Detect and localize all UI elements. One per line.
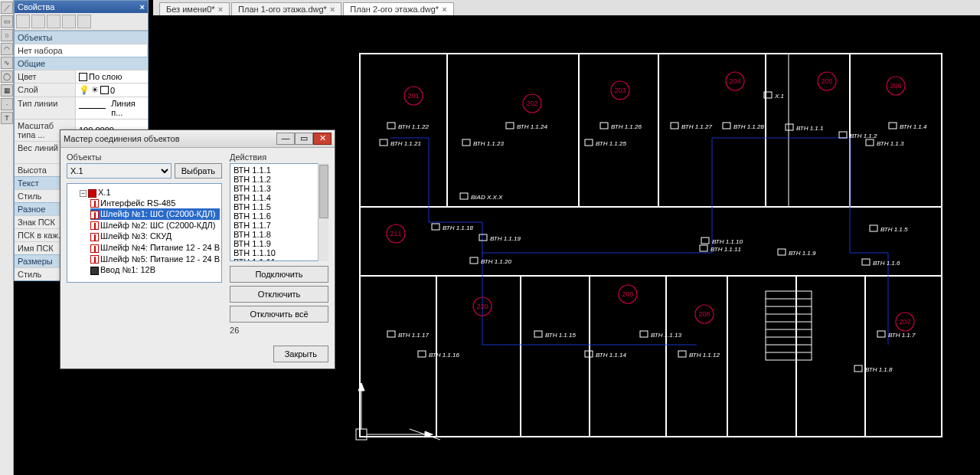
close-icon[interactable]: ✕ [313, 133, 332, 145]
svg-text:205: 205 [821, 77, 832, 85]
properties-title[interactable]: Свойства × [15, 1, 148, 13]
svg-rect-48 [387, 123, 395, 129]
props-noset: Нет набора [15, 44, 148, 57]
svg-text:ВТН 1.1.8: ВТН 1.1.8 [865, 366, 893, 373]
list-item[interactable]: ВТН 1.1.4 [232, 193, 326, 202]
svg-text:ВТН 1.1.16: ВТН 1.1.16 [429, 352, 459, 359]
svg-rect-80 [701, 238, 709, 244]
tool-rect-icon[interactable]: ▭ [1, 15, 13, 28]
list-item[interactable]: ВТН 1.1.10 [232, 248, 326, 257]
disconnect-button[interactable]: Отключить [230, 286, 328, 303]
tool-ellipse-icon[interactable]: ◯ [1, 70, 13, 83]
close-icon[interactable]: × [140, 2, 145, 11]
actions-list[interactable]: ВТН 1.1.1ВТН 1.1.2ВТН 1.1.3ВТН 1.1.4ВТН … [230, 163, 328, 261]
object-tree[interactable]: −X.1 Интерфейс RS-485Шлейф №1: ШС (С2000… [67, 183, 222, 283]
tool-arc-icon[interactable]: ◠ [1, 43, 13, 55]
svg-rect-62 [723, 123, 730, 129]
svg-text:ВТН 1.1.1: ВТН 1.1.1 [796, 125, 823, 132]
tool-hatch-icon[interactable]: ▦ [1, 84, 13, 97]
tree-item[interactable]: Шлейф №3: СКУД [90, 231, 220, 242]
props-tool-5-icon[interactable] [77, 15, 91, 28]
svg-text:210: 210 [476, 303, 488, 310]
prop-ltype[interactable]: Тип линии Линия п... [15, 97, 148, 119]
svg-text:206: 206 [890, 82, 901, 90]
tree-item[interactable]: Шлейф №5: Питание 12 - 24 В [90, 254, 220, 265]
svg-text:ВТН 1.1.17: ВТН 1.1.17 [398, 332, 429, 339]
svg-text:ВТН 1.1.5: ВТН 1.1.5 [880, 226, 908, 233]
list-item[interactable]: ВТН 1.1.3 [232, 184, 326, 193]
svg-rect-70 [866, 139, 874, 146]
svg-rect-96 [640, 331, 648, 337]
device-icon [88, 189, 96, 198]
close-icon[interactable]: × [218, 5, 223, 14]
list-item[interactable]: ВТН 1.1.2 [232, 175, 326, 184]
close-button[interactable]: Закрыть [273, 346, 328, 362]
list-item[interactable]: ВТН 1.1.1 [232, 165, 326, 175]
bulb-icon: 💡 [79, 85, 90, 95]
svg-text:ВТН 1.1.10: ВТН 1.1.10 [712, 238, 743, 245]
props-cat-general[interactable]: Общие [15, 57, 148, 70]
svg-text:201: 201 [407, 92, 419, 100]
svg-rect-60 [671, 123, 678, 129]
tool-line-icon[interactable]: ／ [1, 2, 13, 14]
count-label: 26 [230, 326, 328, 335]
document-tab[interactable]: План 1-ого этажа.dwg*× [231, 2, 341, 15]
svg-rect-66 [889, 123, 897, 129]
svg-text:BIAD X.X.X: BIAD X.X.X [471, 194, 503, 201]
document-tab[interactable]: План 2-ого этажа.dwg*× [343, 2, 453, 15]
collapse-icon[interactable]: − [80, 190, 87, 197]
dialog-titlebar[interactable]: Мастер соединения объектов — ▭ ✕ [60, 130, 335, 148]
list-item[interactable]: ВТН 1.1.11 [232, 257, 326, 261]
close-icon[interactable]: × [330, 5, 335, 14]
svg-rect-64 [786, 124, 793, 130]
list-item[interactable]: ВТН 1.1.5 [232, 202, 326, 211]
tree-item[interactable]: Интерфейс RS-485 [90, 198, 220, 209]
svg-rect-86 [862, 259, 870, 265]
tool-point-icon[interactable]: · [1, 98, 13, 110]
props-tool-2-icon[interactable] [31, 15, 45, 28]
tool-spline-icon[interactable]: ∿ [1, 57, 13, 69]
minimize-icon[interactable]: — [276, 133, 295, 145]
props-cat-objects[interactable]: Объекты [15, 31, 148, 44]
props-tool-1-icon[interactable] [16, 15, 30, 28]
svg-text:208: 208 [698, 310, 710, 318]
select-button[interactable]: Выбрать [175, 163, 222, 179]
tree-item[interactable]: Шлейф №4: Питание 12 - 24 В [90, 242, 220, 254]
tool-text-icon[interactable]: T [1, 112, 13, 124]
svg-text:ВТН 1.1.24: ВТН 1.1.24 [517, 123, 547, 130]
svg-rect-50 [380, 139, 387, 146]
svg-rect-68 [839, 132, 847, 138]
svg-text:ВТН 1.1.22: ВТН 1.1.22 [398, 123, 429, 130]
scroll-thumb[interactable] [319, 165, 328, 218]
tree-item[interactable]: Шлейф №2: ШС (С2000-КДЛ) [90, 220, 220, 231]
props-tool-4-icon[interactable] [62, 15, 76, 28]
svg-rect-98 [678, 351, 686, 357]
prop-layer[interactable]: Слой 💡☀0 [15, 83, 148, 97]
svg-text:ВТН 1.1.23: ВТН 1.1.23 [473, 140, 504, 147]
list-item[interactable]: ВТН 1.1.9 [232, 239, 326, 248]
list-item[interactable]: ВТН 1.1.8 [232, 230, 326, 239]
list-item[interactable]: ВТН 1.1.7 [232, 221, 326, 230]
close-icon[interactable]: × [442, 5, 446, 14]
tree-item[interactable]: Ввод №1: 12В [90, 264, 220, 276]
svg-rect-16 [766, 291, 812, 360]
svg-rect-82 [778, 249, 786, 255]
scrollbar[interactable] [318, 163, 328, 261]
list-item[interactable]: ВТН 1.1.6 [232, 211, 326, 221]
maximize-icon[interactable]: ▭ [295, 133, 313, 145]
tool-circle-icon[interactable]: ○ [1, 29, 13, 41]
tree-root[interactable]: −X.1 Интерфейс RS-485Шлейф №1: ШС (С2000… [80, 187, 220, 277]
props-tool-3-icon[interactable] [47, 15, 60, 28]
tree-item[interactable]: Шлейф №1: ШС (С2000-КДЛ) [90, 208, 220, 220]
prop-color[interactable]: Цвет По слою [15, 70, 148, 83]
loop-icon [90, 211, 99, 219]
svg-text:ВТН 1.1.28: ВТН 1.1.28 [733, 123, 764, 130]
svg-text:X.1: X.1 [774, 93, 784, 100]
disconnect-all-button[interactable]: Отключить всё [230, 306, 328, 323]
loop-icon [90, 233, 99, 241]
document-tab[interactable]: Без имени0*× [159, 2, 230, 15]
line-sample-icon [79, 108, 106, 109]
loop-icon [90, 199, 99, 208]
device-select[interactable]: X.1 [67, 163, 172, 179]
connect-button[interactable]: Подключить [230, 266, 328, 283]
